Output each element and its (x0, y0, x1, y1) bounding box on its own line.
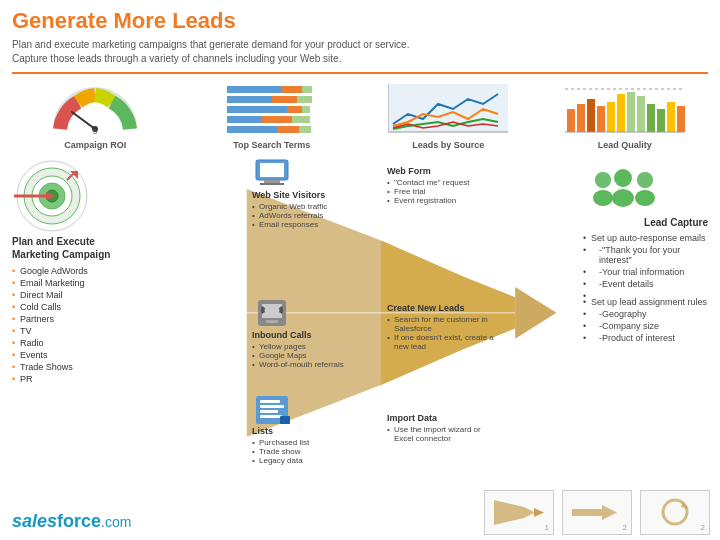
svg-marker-44 (515, 287, 556, 339)
svg-rect-16 (277, 126, 299, 133)
campaign-roi-label: Campaign ROI (64, 140, 126, 150)
svg-rect-33 (677, 106, 685, 132)
leads-source-chart: Leads by Source (365, 84, 532, 150)
svg-rect-29 (637, 96, 645, 132)
list-item: Direct Mail (12, 289, 122, 301)
svg-rect-13 (262, 116, 292, 123)
header: Generate More Leads Plan and execute mar… (0, 0, 720, 70)
thumbnail-2: 2 (562, 490, 632, 535)
thumb-num-3: 2 (701, 523, 705, 532)
bar-chart-svg (227, 84, 317, 136)
create-leads-node: Create New Leads •Search for the custome… (387, 303, 497, 351)
svg-point-66 (637, 172, 653, 188)
web-visitors-title: Web Site Visitors (252, 190, 327, 200)
flow-svg (122, 158, 578, 478)
list-item: Cold Calls (12, 301, 122, 313)
svg-marker-69 (602, 505, 617, 520)
bottom-thumbnails: 1 2 2 (484, 490, 710, 535)
svg-rect-11 (302, 106, 310, 113)
svg-rect-14 (292, 116, 310, 123)
divider (12, 72, 708, 74)
svg-rect-25 (597, 106, 605, 132)
svg-rect-31 (657, 109, 665, 132)
sidebar-list: Google AdWords Email Marketing Direct Ma… (12, 265, 122, 385)
svg-rect-26 (607, 102, 615, 132)
svg-point-64 (635, 190, 655, 206)
svg-point-60 (593, 190, 613, 206)
svg-rect-27 (617, 94, 625, 132)
web-visitors-node: Web Site Visitors •Organic Web traffic •… (252, 158, 327, 229)
lists-bullets: •Purchased list •Trade show •Legacy data (252, 438, 309, 465)
svg-rect-24 (587, 99, 595, 132)
line-chart-svg (388, 84, 508, 136)
list-item: Events (12, 349, 122, 361)
svg-rect-28 (627, 92, 635, 132)
web-visitors-bullets: •Organic Web traffic •AdWords referrals … (252, 202, 327, 229)
flow-diagram: Web Site Visitors •Organic Web traffic •… (122, 158, 578, 478)
list-item: Partners (12, 313, 122, 325)
salesforce-logo: salesforce.com (12, 511, 131, 532)
svg-rect-22 (567, 109, 575, 132)
leads-source-label: Leads by Source (412, 140, 484, 150)
svg-rect-68 (572, 509, 602, 516)
svg-rect-32 (667, 102, 675, 132)
lead-quality-label: Lead Quality (598, 140, 652, 150)
svg-rect-30 (647, 104, 655, 132)
svg-rect-56 (260, 410, 278, 413)
thumbnail-3: 2 (640, 490, 710, 535)
svg-point-61 (614, 169, 632, 187)
web-form-title: Web Form (387, 166, 470, 176)
svg-rect-51 (262, 304, 282, 318)
import-data-node: Import Data •Use the import wizard or Ex… (387, 413, 497, 443)
list-item: Email Marketing (12, 277, 122, 289)
svg-rect-7 (272, 96, 297, 103)
svg-rect-12 (227, 116, 262, 123)
svg-rect-58 (280, 416, 290, 424)
import-data-bullets: •Use the import wizard or Excel connecto… (387, 425, 497, 443)
svg-rect-5 (302, 86, 312, 93)
lead-quality-chart: Lead Quality (542, 84, 709, 150)
thumb-num-2: 2 (623, 523, 627, 532)
page-title: Generate More Leads (12, 8, 708, 34)
main-content: Plan and ExecuteMarketing Campaign Googl… (0, 158, 720, 478)
svg-marker-67 (534, 508, 544, 517)
top-search-label: Top Search Terms (233, 140, 310, 150)
svg-rect-8 (297, 96, 312, 103)
inbound-calls-bullets: •Yellow pages •Google Maps •Word-of-mout… (252, 342, 344, 369)
list-item: Radio (12, 337, 122, 349)
column-chart-svg (565, 84, 685, 136)
svg-rect-57 (260, 415, 282, 418)
gauge-chart: 5 (50, 84, 140, 136)
svg-rect-47 (260, 163, 284, 177)
list-item: Google AdWords (12, 265, 122, 277)
thumbnail-1: 1 (484, 490, 554, 535)
inbound-calls-title: Inbound Calls (252, 330, 344, 340)
svg-rect-4 (282, 86, 302, 93)
svg-rect-49 (260, 183, 284, 185)
web-form-bullets: •"Contact me" request •Free trial •Event… (387, 178, 470, 205)
lists-title: Lists (252, 426, 309, 436)
svg-rect-52 (266, 320, 278, 323)
list-item: PR (12, 373, 122, 385)
svg-rect-48 (264, 180, 280, 183)
svg-point-65 (595, 172, 611, 188)
people-icon (583, 168, 663, 213)
target-icon (12, 158, 92, 233)
top-search-chart: Top Search Terms (189, 84, 356, 150)
charts-row: 5 Campaign ROI Top Search Terms (0, 76, 720, 158)
svg-rect-10 (287, 106, 302, 113)
svg-text:5: 5 (93, 127, 98, 136)
list-item: Trade Shows (12, 361, 122, 373)
inbound-calls-node: Inbound Calls •Yellow pages •Google Maps… (252, 298, 344, 369)
svg-rect-15 (227, 126, 277, 133)
svg-rect-23 (577, 104, 585, 132)
svg-line-0 (72, 112, 95, 129)
svg-rect-54 (260, 400, 280, 403)
svg-rect-17 (299, 126, 311, 133)
web-form-node: Web Form •"Contact me" request •Free tri… (387, 166, 470, 205)
create-leads-bullets: •Search for the customer in Salesforce •… (387, 315, 497, 351)
list-item: TV (12, 325, 122, 337)
svg-rect-9 (227, 106, 287, 113)
import-data-title: Import Data (387, 413, 497, 423)
sidebar-title: Plan and ExecuteMarketing Campaign (12, 235, 122, 261)
